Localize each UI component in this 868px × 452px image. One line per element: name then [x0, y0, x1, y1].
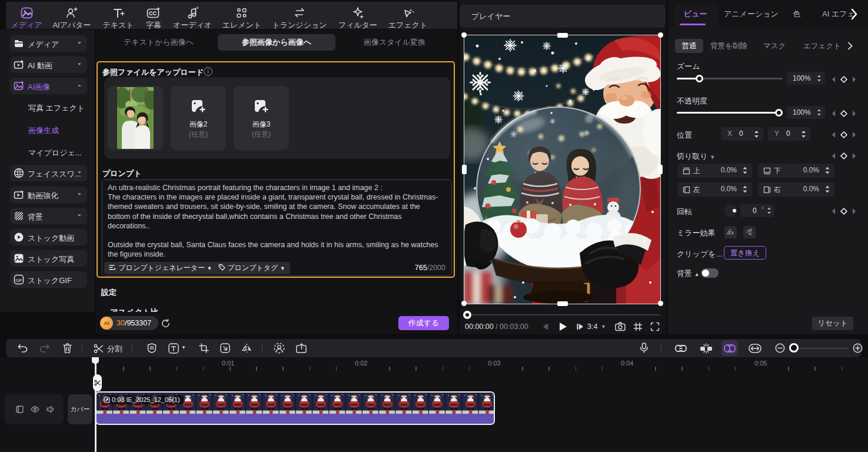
svg-text:GIF: GIF — [16, 278, 22, 282]
